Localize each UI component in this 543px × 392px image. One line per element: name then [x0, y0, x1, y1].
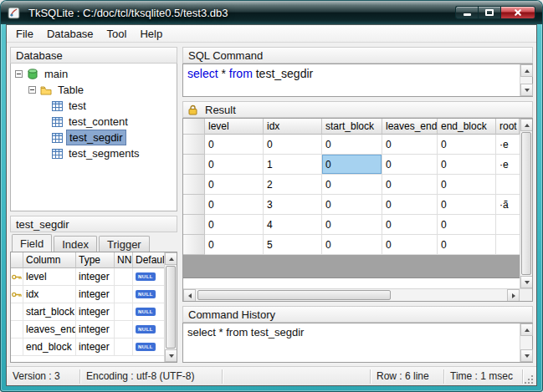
result-cell[interactable]: 0 [322, 135, 382, 155]
close-button[interactable] [500, 6, 535, 19]
result-cell-selected[interactable]: 0 [322, 155, 382, 175]
scroll-down-button[interactable] [520, 84, 533, 96]
tree-item-test-segments[interactable]: test_segments [11, 145, 177, 161]
field-header-icon-col[interactable] [11, 252, 23, 268]
field-header-type[interactable]: Type [76, 252, 115, 268]
sql-command-scrollbar[interactable] [520, 64, 532, 96]
scroll-up-button[interactable] [165, 252, 177, 265]
tree-item-test[interactable]: test [11, 98, 177, 114]
result-corner-cell[interactable] [183, 119, 205, 135]
tree-label-test-segments[interactable]: test_segments [66, 146, 142, 160]
tree-label-test[interactable]: test [66, 99, 89, 113]
menu-tool[interactable]: Tool [100, 26, 134, 42]
field-row-start-block[interactable]: start_block integer NULL [11, 303, 164, 321]
result-horizontal-scrollbar[interactable] [183, 288, 520, 301]
result-cell[interactable]: 3 [264, 195, 322, 215]
row-header[interactable] [183, 215, 205, 235]
tree-item-test-content[interactable]: test_content [11, 114, 177, 130]
row-header[interactable] [183, 195, 205, 215]
result-cell[interactable]: 0 [382, 215, 438, 235]
result-cell[interactable]: 0 [438, 175, 496, 195]
tree-label-test-content[interactable]: test_content [66, 115, 131, 129]
result-cell[interactable]: 0 [382, 135, 438, 155]
collapse-icon[interactable] [28, 86, 36, 94]
row-header[interactable] [183, 135, 205, 155]
result-cell[interactable]: 0 [438, 235, 496, 255]
tab-trigger[interactable]: Trigger [99, 236, 150, 252]
resize-grip[interactable] [523, 374, 535, 385]
tree-label-main[interactable]: main [42, 67, 70, 81]
result-header-leaves-end[interactable]: leaves_end_block [382, 119, 438, 135]
scroll-down-button[interactable] [520, 276, 532, 288]
scroll-down-button[interactable] [165, 349, 177, 362]
result-cell[interactable]: 0 [382, 175, 438, 195]
maximize-button[interactable] [478, 6, 500, 19]
result-cell[interactable]: 0 [382, 155, 438, 175]
result-cell[interactable]: 0 [438, 155, 496, 175]
scroll-left-button[interactable] [183, 289, 196, 302]
result-cell[interactable]: 0 [205, 235, 264, 255]
result-header-level[interactable]: level [205, 119, 264, 135]
result-cell[interactable] [496, 175, 520, 195]
row-header[interactable] [183, 235, 205, 255]
tree-label-table-folder[interactable]: Table [55, 83, 86, 97]
scrollbar-track[interactable] [165, 265, 177, 349]
titlebar[interactable]: TkSQLite : C:/doc/tcl/tksqlite0.5/test3.… [1, 1, 542, 24]
result-cell[interactable]: 0 [382, 195, 438, 215]
result-cell[interactable]: 0 [438, 135, 496, 155]
result-cell[interactable]: 0 [382, 235, 438, 255]
field-header-nn[interactable]: NN [115, 252, 133, 268]
menu-file[interactable]: File [9, 26, 40, 42]
scrollbar-track[interactable] [520, 131, 532, 276]
command-history-scrollbar[interactable] [520, 323, 532, 362]
result-cell[interactable]: 0 [264, 135, 322, 155]
menu-help[interactable]: Help [133, 26, 169, 42]
result-header-start-block[interactable]: start_block [322, 119, 382, 135]
command-history-entry[interactable]: select * from test_segdir [183, 323, 520, 362]
result-cell[interactable]: 2 [264, 175, 322, 195]
result-row[interactable]: 0 0 0 0 0 ·e [183, 135, 520, 155]
result-header-idx[interactable]: idx [264, 119, 322, 135]
result-header-end-block[interactable]: end_block [438, 119, 496, 135]
sql-command-input[interactable]: select * from test_segdir [183, 64, 520, 96]
scrollbar-thumb[interactable] [166, 266, 176, 349]
minimize-button[interactable] [455, 6, 478, 19]
scroll-up-button[interactable] [520, 119, 532, 131]
tree-item-main[interactable]: main [11, 66, 177, 82]
scrollbar-thumb[interactable] [521, 132, 531, 275]
result-header-root[interactable]: root [496, 119, 520, 135]
result-cell[interactable] [496, 215, 520, 235]
tree-label-test-segdir-selected[interactable]: test_segdir [66, 130, 126, 145]
field-header-default[interactable]: Default [133, 252, 164, 268]
result-cell[interactable]: 0 [322, 235, 382, 255]
field-row-level[interactable]: level integer NULL [11, 268, 164, 286]
scrollbar-track[interactable] [520, 336, 532, 349]
scroll-up-button[interactable] [520, 64, 533, 77]
result-cell[interactable]: 0 [205, 215, 264, 235]
row-header[interactable] [183, 175, 205, 195]
result-cell[interactable]: 4 [264, 215, 322, 235]
field-row-end-block[interactable]: end_block integer NULL [11, 339, 164, 356]
collapse-icon[interactable] [15, 70, 23, 78]
result-row[interactable]: 0 2 0 0 0 [183, 175, 520, 195]
tree-item-test-segdir[interactable]: test_segdir [11, 130, 177, 145]
result-cell[interactable]: 5 [264, 235, 322, 255]
result-row[interactable]: 0 1 0 0 0 ·e [183, 155, 520, 175]
result-cell[interactable]: 0 [322, 175, 382, 195]
result-cell[interactable] [496, 235, 520, 255]
result-vertical-scrollbar[interactable] [520, 119, 532, 288]
result-cell[interactable]: 0 [438, 215, 496, 235]
result-cell[interactable]: ·ã [496, 195, 520, 215]
field-row-leaves-end-block[interactable]: leaves_end_block integer NULL [11, 321, 164, 339]
result-cell[interactable]: 0 [205, 175, 264, 195]
scrollbar-track[interactable] [520, 77, 532, 84]
result-row[interactable]: 0 5 0 0 0 [183, 235, 520, 255]
scroll-up-button[interactable] [520, 323, 533, 336]
result-cell[interactable]: 1 [264, 155, 322, 175]
tab-index[interactable]: Index [54, 236, 97, 252]
field-header-column[interactable]: Column [23, 252, 76, 268]
result-cell[interactable]: 0 [322, 195, 382, 215]
tab-field[interactable]: Field [12, 234, 52, 252]
result-row[interactable]: 0 3 0 0 0 ·ã [183, 195, 520, 215]
result-cell[interactable]: ·e [496, 155, 520, 175]
